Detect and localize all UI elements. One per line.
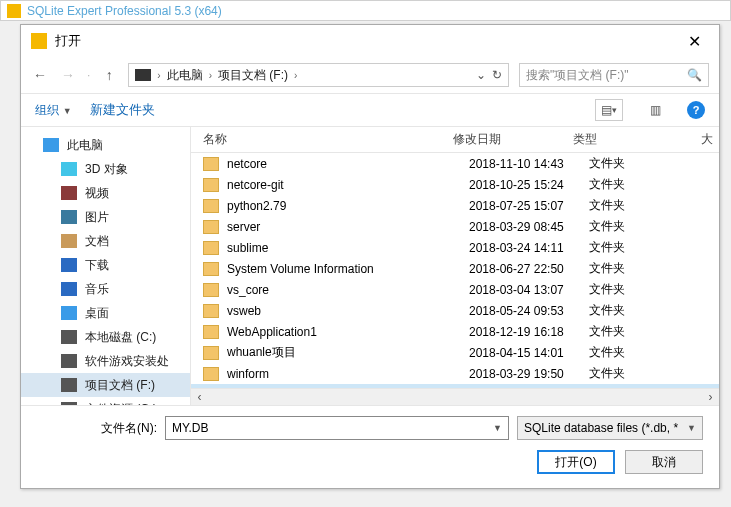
open-button[interactable]: 打开(O)	[537, 450, 615, 474]
breadcrumb-folder[interactable]: 项目文档 (F:)	[218, 67, 288, 84]
tree-item-icon	[61, 162, 77, 176]
new-folder-button[interactable]: 新建文件夹	[90, 101, 155, 119]
file-type: 文件夹	[589, 344, 719, 361]
col-date[interactable]: 修改日期	[453, 131, 573, 148]
chevron-down-icon[interactable]: ▼	[687, 423, 696, 433]
file-name: winform	[227, 367, 469, 381]
breadcrumb[interactable]: › 此电脑 › 项目文档 (F:) › ⌄ ↻	[128, 63, 509, 87]
file-type: 文件夹	[589, 260, 719, 277]
file-type-filter[interactable]: SQLite database files (*.db, * ▼	[517, 416, 703, 440]
tree-item[interactable]: 图片	[21, 205, 190, 229]
folder-icon	[203, 220, 219, 234]
tree-item[interactable]: 本地磁盘 (C:)	[21, 325, 190, 349]
scroll-left-icon[interactable]: ‹	[191, 390, 208, 404]
tree-item-icon	[61, 258, 77, 272]
file-type: 文件夹	[589, 365, 719, 382]
tree-item-icon	[61, 186, 77, 200]
h-scrollbar[interactable]: ‹ ›	[191, 388, 719, 405]
tree-item[interactable]: 此电脑	[21, 133, 190, 157]
file-row[interactable]: winform2018-03-29 19:50文件夹	[191, 363, 719, 384]
folder-icon	[203, 262, 219, 276]
file-date: 2018-06-27 22:50	[469, 262, 589, 276]
help-button[interactable]: ?	[687, 101, 705, 119]
file-date: 2018-05-24 09:53	[469, 304, 589, 318]
tree-item-label: 项目文档 (F:)	[85, 377, 155, 394]
folder-icon	[203, 283, 219, 297]
file-type: 文件夹	[589, 323, 719, 340]
file-row[interactable]: vsweb2018-05-24 09:53文件夹	[191, 300, 719, 321]
file-date: 2018-12-19 18:23	[469, 388, 589, 389]
nav-bar: ← → · ↑ › 此电脑 › 项目文档 (F:) › ⌄ ↻ 搜索"项目文档 …	[21, 57, 719, 93]
file-name: netcore-git	[227, 178, 469, 192]
file-row[interactable]: netcore-git2018-10-25 15:24文件夹	[191, 174, 719, 195]
chevron-down-icon: ▼	[63, 106, 72, 116]
tree-item[interactable]: 文件资源 (G:)	[21, 397, 190, 405]
chevron-down-icon[interactable]: ⌄	[476, 68, 486, 82]
file-row[interactable]: python2.792018-07-25 15:07文件夹	[191, 195, 719, 216]
preview-pane-button[interactable]: ▥	[641, 99, 669, 121]
tree-item[interactable]: 下载	[21, 253, 190, 277]
col-size[interactable]: 大	[691, 131, 719, 148]
tree-item-label: 3D 对象	[85, 161, 128, 178]
app-icon	[7, 4, 21, 18]
file-date: 2018-11-10 14:43	[469, 157, 589, 171]
file-row[interactable]: netcore2018-11-10 14:43文件夹	[191, 153, 719, 174]
tree-item[interactable]: 视频	[21, 181, 190, 205]
tree-item-icon	[61, 378, 77, 392]
file-list: netcore2018-11-10 14:43文件夹netcore-git201…	[191, 153, 719, 388]
col-name[interactable]: 名称	[203, 131, 453, 148]
tree-item-icon	[61, 282, 77, 296]
file-type: 文件夹	[589, 197, 719, 214]
close-button[interactable]: ✕	[679, 32, 709, 51]
scroll-right-icon[interactable]: ›	[702, 390, 719, 404]
file-type: 文件夹	[589, 281, 719, 298]
chevron-right-icon: ›	[157, 70, 160, 81]
col-type[interactable]: 类型	[573, 131, 691, 148]
file-type: 文件夹	[589, 218, 719, 235]
tree-item[interactable]: 软件游戏安装处	[21, 349, 190, 373]
tree-item-icon	[61, 210, 77, 224]
tree-item[interactable]: 桌面	[21, 301, 190, 325]
file-row[interactable]: MY.DB2018-12-19 18:23Data Base File	[191, 384, 719, 388]
file-type: 文件夹	[589, 176, 719, 193]
up-icon[interactable]: ↑	[100, 67, 118, 83]
filename-value: MY.DB	[172, 421, 208, 435]
file-row[interactable]: vs_core2018-03-04 13:07文件夹	[191, 279, 719, 300]
folder-icon	[203, 178, 219, 192]
back-icon[interactable]: ←	[31, 67, 49, 83]
tree-item[interactable]: 文档	[21, 229, 190, 253]
tree-item-label: 本地磁盘 (C:)	[85, 329, 156, 346]
file-row[interactable]: sublime2018-03-24 14:11文件夹	[191, 237, 719, 258]
nav-sep: ·	[87, 68, 90, 82]
tree-item[interactable]: 项目文档 (F:)	[21, 373, 190, 397]
file-row[interactable]: whuanle项目2018-04-15 14:01文件夹	[191, 342, 719, 363]
file-row[interactable]: server2018-03-29 08:45文件夹	[191, 216, 719, 237]
search-placeholder: 搜索"项目文档 (F:)"	[526, 67, 629, 84]
forward-icon[interactable]: →	[59, 67, 77, 83]
organize-button[interactable]: 组织 ▼	[35, 102, 72, 119]
breadcrumb-root[interactable]: 此电脑	[167, 67, 203, 84]
refresh-icon[interactable]: ↻	[492, 68, 502, 82]
tree-item-label: 软件游戏安装处	[85, 353, 169, 370]
file-row[interactable]: WebApplication12018-12-19 16:18文件夹	[191, 321, 719, 342]
tree-item-icon	[61, 354, 77, 368]
tree-item[interactable]: 3D 对象	[21, 157, 190, 181]
file-name: System Volume Information	[227, 262, 469, 276]
tree-item[interactable]: 音乐	[21, 277, 190, 301]
chevron-down-icon[interactable]: ▼	[493, 423, 502, 433]
folder-icon	[203, 346, 219, 360]
dialog-title: 打开	[55, 32, 679, 50]
tree-item-label: 音乐	[85, 281, 109, 298]
tree-item-label: 文档	[85, 233, 109, 250]
filename-input[interactable]: MY.DB ▼	[165, 416, 509, 440]
search-input[interactable]: 搜索"项目文档 (F:)" 🔍	[519, 63, 709, 87]
file-row[interactable]: System Volume Information2018-06-27 22:5…	[191, 258, 719, 279]
tree-item-icon	[61, 234, 77, 248]
toolbar: 组织 ▼ 新建文件夹 ▤ ▾ ▥ ?	[21, 93, 719, 127]
tree-item-label: 桌面	[85, 305, 109, 322]
tree-item-icon	[61, 306, 77, 320]
view-mode-button[interactable]: ▤ ▾	[595, 99, 623, 121]
pc-icon	[135, 69, 151, 81]
cancel-button[interactable]: 取消	[625, 450, 703, 474]
file-name: python2.79	[227, 199, 469, 213]
